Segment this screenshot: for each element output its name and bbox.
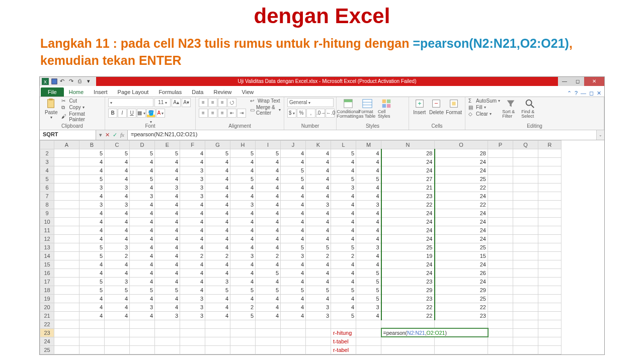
cell-I14[interactable]: 2: [256, 251, 281, 260]
cell-G13[interactable]: 4: [205, 243, 230, 251]
cell-G21[interactable]: 4: [205, 311, 230, 320]
cell-H8[interactable]: 3: [230, 200, 256, 209]
cell-E12[interactable]: 4: [155, 234, 180, 243]
cell-H14[interactable]: 3: [230, 251, 256, 260]
cell-B9[interactable]: 4: [79, 209, 105, 217]
cell-I25[interactable]: [256, 345, 281, 354]
cell-I18[interactable]: 5: [256, 286, 281, 294]
cell-I4[interactable]: 4: [256, 166, 281, 174]
cell-O13[interactable]: 25: [435, 243, 488, 251]
cell-F24[interactable]: [180, 337, 205, 345]
cell-D17[interactable]: 4: [130, 277, 155, 286]
print-icon[interactable]: ⎙: [78, 78, 85, 85]
conditional-formatting-button[interactable]: Conditional Formatting: [340, 98, 357, 119]
cell-K13[interactable]: 5: [306, 243, 331, 251]
cell-J25[interactable]: [281, 345, 306, 354]
cell-O7[interactable]: 24: [435, 192, 488, 200]
row-header-23[interactable]: 23: [40, 328, 54, 337]
cancel-formula-icon[interactable]: ✕: [105, 132, 110, 138]
cell-P23[interactable]: [488, 328, 513, 337]
cell-N19[interactable]: 23: [381, 294, 435, 303]
cell-H12[interactable]: 4: [230, 234, 256, 243]
cell-K17[interactable]: 4: [306, 277, 331, 286]
cell-P19[interactable]: [488, 294, 513, 303]
cell-I19[interactable]: 4: [256, 294, 281, 303]
col-header-M[interactable]: M: [356, 140, 381, 149]
cell-K11[interactable]: 4: [306, 226, 331, 234]
cell-Q25[interactable]: [513, 345, 538, 354]
cell-K12[interactable]: 4: [306, 234, 331, 243]
cell-I22[interactable]: [256, 320, 281, 328]
cell-B20[interactable]: 4: [79, 303, 105, 311]
cell-I5[interactable]: 4: [256, 174, 281, 183]
cell-D9[interactable]: 4: [130, 209, 155, 217]
cell-D5[interactable]: 5: [130, 174, 155, 183]
cell-C16[interactable]: 4: [105, 268, 130, 277]
cell-O18[interactable]: 29: [435, 286, 488, 294]
name-box[interactable]: SQRT: [40, 130, 96, 140]
cell-F18[interactable]: 4: [180, 286, 205, 294]
cell-K8[interactable]: 3: [306, 200, 331, 209]
cell-J23[interactable]: [281, 328, 306, 337]
cell-B10[interactable]: 4: [79, 217, 105, 226]
cell-B16[interactable]: 4: [79, 268, 105, 277]
cell-M16[interactable]: 5: [356, 268, 381, 277]
col-header-F[interactable]: F: [180, 140, 205, 149]
cell-O14[interactable]: 15: [435, 251, 488, 260]
cell-H9[interactable]: 4: [230, 209, 256, 217]
cell-O17[interactable]: 24: [435, 277, 488, 286]
paste-button[interactable]: Paste▾: [43, 98, 59, 120]
cell-C2[interactable]: 5: [105, 149, 130, 157]
row-header-13[interactable]: 13: [40, 243, 54, 251]
cell-P5[interactable]: [488, 174, 513, 183]
cell-E16[interactable]: 4: [155, 268, 180, 277]
cell-F5[interactable]: 3: [180, 174, 205, 183]
cell-F6[interactable]: 3: [180, 183, 205, 192]
cell-C6[interactable]: 3: [105, 183, 130, 192]
cell-D20[interactable]: 3: [130, 303, 155, 311]
cell-R23[interactable]: [538, 328, 561, 337]
cell-D7[interactable]: 3: [130, 192, 155, 200]
cell-Q12[interactable]: [513, 234, 538, 243]
cell-D23[interactable]: [130, 328, 155, 337]
cell-C23[interactable]: [105, 328, 130, 337]
cell-C14[interactable]: 2: [105, 251, 130, 260]
cell-I12[interactable]: 4: [256, 234, 281, 243]
cell-L19[interactable]: 4: [331, 294, 356, 303]
cell-P21[interactable]: [488, 311, 513, 320]
cell-A11[interactable]: [54, 226, 79, 234]
decrease-font-button[interactable]: A▾: [182, 98, 191, 107]
cell-P10[interactable]: [488, 217, 513, 226]
cell-I13[interactable]: 4: [256, 243, 281, 251]
cell-Q20[interactable]: [513, 303, 538, 311]
cell-G18[interactable]: 5: [205, 286, 230, 294]
cell-M5[interactable]: 5: [356, 174, 381, 183]
cell-D18[interactable]: 5: [130, 286, 155, 294]
row-header-14[interactable]: 14: [40, 251, 54, 260]
cell-L3[interactable]: 4: [331, 157, 356, 166]
cell-N14[interactable]: 19: [381, 251, 435, 260]
col-header-Q[interactable]: Q: [513, 140, 538, 149]
cell-I2[interactable]: 5: [256, 149, 281, 157]
cell-N10[interactable]: 24: [381, 217, 435, 226]
cell-M7[interactable]: 4: [356, 192, 381, 200]
cell-N25[interactable]: [381, 345, 435, 354]
cell-A10[interactable]: [54, 217, 79, 226]
cell-M10[interactable]: 4: [356, 217, 381, 226]
cell-N5[interactable]: 27: [381, 174, 435, 183]
cell-O6[interactable]: 22: [435, 183, 488, 192]
cell-L4[interactable]: 4: [331, 166, 356, 174]
cell-M15[interactable]: 4: [356, 260, 381, 268]
cell-M12[interactable]: 4: [356, 234, 381, 243]
cell-J2[interactable]: 4: [281, 149, 306, 157]
cell-L10[interactable]: 4: [331, 217, 356, 226]
maximize-button[interactable]: ◻: [571, 77, 584, 86]
cell-C19[interactable]: 4: [105, 294, 130, 303]
worksheet-grid[interactable]: ABCDEFGHIJKLMNOPQR2555545554454282834444…: [40, 140, 604, 354]
cell-M9[interactable]: 4: [356, 209, 381, 217]
cell-L12[interactable]: 4: [331, 234, 356, 243]
cell-D8[interactable]: 4: [130, 200, 155, 209]
cell-C12[interactable]: 4: [105, 234, 130, 243]
row-header-25[interactable]: 25: [40, 345, 54, 354]
cell-N11[interactable]: 24: [381, 226, 435, 234]
